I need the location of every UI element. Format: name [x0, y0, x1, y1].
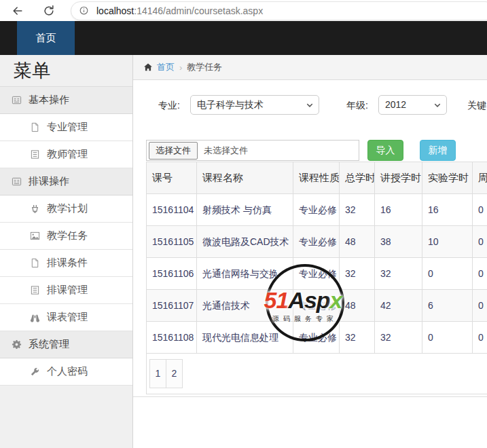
refresh-icon[interactable]	[42, 4, 56, 18]
sidebar-item-label: 基本操作	[29, 94, 69, 107]
url-text: localhost:14146/admin/coursetask.aspx	[96, 5, 263, 16]
table-cell: 16	[375, 194, 422, 226]
table-cell: 专业必修	[293, 258, 340, 290]
table-cell: 0	[422, 322, 473, 354]
sidebar-item-scheduling-condition[interactable]: 排课条件	[0, 250, 132, 277]
binoculars-icon	[30, 312, 40, 322]
table-cell: 6	[422, 290, 473, 322]
top-navbar: 首页	[0, 21, 487, 55]
sidebar-item-label: 个人密码	[47, 365, 88, 378]
table-cell: 15161105	[147, 226, 197, 258]
home-icon	[143, 62, 153, 72]
sidebar-item-system-management[interactable]: 系统管理	[0, 331, 132, 358]
table-cell: 42	[375, 290, 422, 322]
sidebar-item-scheduling-operations[interactable]: 排课操作	[0, 168, 132, 195]
page-button-2[interactable]: 2	[166, 359, 183, 388]
pagination: 12	[149, 368, 182, 379]
content-panel: 首页 › 教学任务 专业: 电子科学与技术 年级: 2012 关键	[133, 55, 487, 448]
table-cell: 0	[473, 226, 487, 258]
table-cell: 48	[340, 290, 375, 322]
column-header: 总学时	[340, 162, 375, 194]
nav-tab-home[interactable]: 首页	[17, 21, 75, 55]
table-row: 15161108现代光电信息处理专业必修323200	[147, 322, 487, 354]
table-cell: 0	[473, 290, 487, 322]
table-cell: 0	[473, 258, 487, 290]
sidebar-item-scheduling-management[interactable]: 排课管理	[0, 277, 132, 304]
sidebar: 菜单 基本操作专业管理教师管理排课操作教学计划教学任务排课条件排课管理课表管理系…	[0, 55, 133, 448]
table-row: 15161106光通信网络与交换专业必修323200	[147, 258, 487, 290]
sidebar-menu: 基本操作专业管理教师管理排课操作教学计划教学任务排课条件排课管理课表管理系统管理…	[0, 87, 132, 386]
table-header-row: 课号课程名称课程性质总学时讲授学时实验学时周	[147, 162, 487, 194]
sidebar-item-label: 课表管理	[47, 311, 88, 324]
table-cell: 32	[375, 258, 422, 290]
gear-icon	[12, 339, 22, 350]
table-cell: 15161106	[147, 258, 197, 290]
column-header: 课程性质	[293, 162, 340, 194]
browser-toolbar: localhost:14146/admin/coursetask.aspx	[0, 0, 487, 21]
sidebar-item-teaching-plan[interactable]: 教学计划	[0, 195, 132, 223]
sidebar-item-label: 专业管理	[47, 121, 88, 134]
table-cell: 16	[422, 194, 473, 226]
page-button-1[interactable]: 1	[149, 359, 166, 388]
add-button[interactable]: 新增	[420, 140, 456, 161]
table-cell: 现代光电信息处理	[197, 322, 293, 354]
sidebar-item-label: 教学计划	[47, 202, 88, 215]
column-header: 课程名称	[197, 162, 293, 194]
column-header: 周	[473, 162, 487, 194]
list-icon	[30, 285, 40, 295]
table-cell: 专业必修	[293, 226, 340, 258]
column-header: 课号	[147, 162, 197, 194]
sidebar-title: 菜单	[0, 55, 132, 87]
image-icon	[30, 231, 40, 241]
grade-select[interactable]: 2012	[378, 95, 447, 115]
back-icon[interactable]	[11, 4, 24, 18]
main-area: 菜单 基本操作专业管理教师管理排课操作教学计划教学任务排课条件排课管理课表管理系…	[0, 55, 487, 448]
major-select[interactable]: 电子科学与技术	[190, 95, 319, 115]
column-header: 实验学时	[422, 162, 473, 194]
pager-row: 12	[147, 354, 487, 394]
table-cell: 32	[340, 322, 375, 354]
list-icon	[30, 149, 40, 160]
file-icon	[30, 122, 40, 132]
major-label: 专业:	[158, 96, 180, 115]
import-button[interactable]: 导入	[367, 140, 403, 161]
address-bar[interactable]: localhost:14146/admin/coursetask.aspx	[71, 1, 487, 20]
table-row: 15161104射频技术 与仿真专业必修3216160	[147, 194, 487, 226]
table-cell: 专业必修	[293, 290, 340, 322]
panel-bottom-border	[133, 396, 487, 397]
sidebar-item-teacher-management[interactable]: 教师管理	[0, 141, 132, 168]
sidebar-item-major-management[interactable]: 专业管理	[0, 114, 132, 141]
table-cell: 专业必修	[293, 194, 340, 226]
sidebar-item-basic-operations[interactable]: 基本操作	[0, 87, 132, 114]
card-list-icon	[12, 95, 22, 105]
sidebar-item-label: 系统管理	[29, 338, 69, 351]
sidebar-item-label: 排课操作	[29, 175, 69, 188]
table-cell: 专业必修	[293, 322, 340, 354]
sidebar-item-label: 教师管理	[47, 148, 88, 161]
table-cell: 10	[422, 226, 473, 258]
sidebar-item-label: 排课条件	[47, 257, 88, 269]
table-row: 15161105微波电路及CAD技术专业必修4838100	[147, 226, 487, 258]
sidebar-item-personal-password[interactable]: 个人密码	[0, 358, 132, 386]
table-cell: 32	[340, 258, 375, 290]
card-list-icon	[12, 176, 22, 187]
site-info-icon[interactable]	[79, 5, 89, 16]
table-cell: 光通信网络与交换	[197, 258, 293, 290]
breadcrumb: 首页 › 教学任务	[133, 55, 487, 80]
sidebar-item-timetable-management[interactable]: 课表管理	[0, 304, 132, 331]
table-cell: 48	[340, 226, 375, 258]
course-table: 课号课程名称课程性质总学时讲授学时实验学时周 15161104射频技术 与仿真专…	[146, 162, 487, 394]
table-cell: 32	[375, 322, 422, 354]
table-cell: 38	[375, 226, 422, 258]
sidebar-item-label: 排课管理	[47, 284, 88, 297]
file-input[interactable]: 选择文件 未选择文件	[146, 140, 359, 161]
grade-select-value: 2012	[385, 99, 406, 110]
choose-file-button[interactable]: 选择文件	[149, 142, 198, 160]
table-cell: 15161107	[147, 290, 197, 322]
chevron-down-icon	[306, 101, 314, 109]
app-window: localhost:14146/admin/coursetask.aspx 首页…	[0, 0, 487, 448]
course-table-wrap: 课号课程名称课程性质总学时讲授学时实验学时周 15161104射频技术 与仿真专…	[146, 162, 487, 394]
breadcrumb-home-link[interactable]: 首页	[157, 61, 175, 73]
sidebar-item-teaching-task[interactable]: 教学任务	[0, 223, 132, 250]
file-icon	[30, 258, 40, 268]
